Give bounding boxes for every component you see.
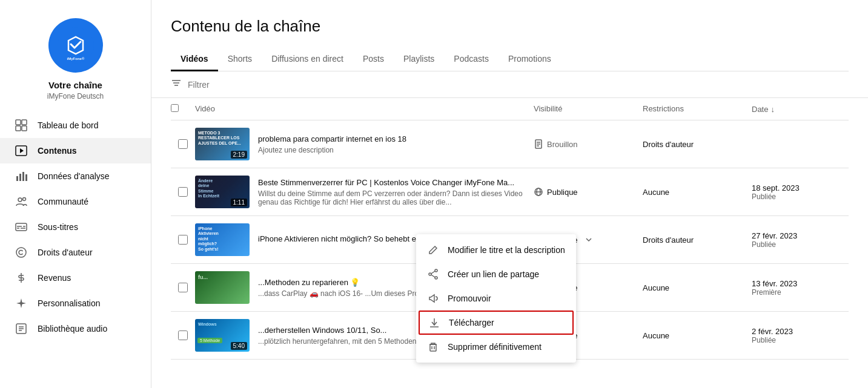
header-visibility: Visibilité	[534, 104, 643, 114]
row4-date-line1: 13 févr. 2023	[752, 279, 849, 288]
sidebar-item-revenus[interactable]: Revenus	[0, 265, 151, 291]
sidebar-item-bibliotheque[interactable]: Bibliothèque audio	[0, 316, 151, 341]
tab-podcasts[interactable]: Podcasts	[444, 48, 499, 71]
channel-logo: iMyFone®	[48, 18, 103, 73]
thumb2-label: ÄnderedeineStimmeIn Echtzeit	[198, 179, 219, 199]
row4-checkbox[interactable]	[178, 283, 188, 292]
row2-checkbox[interactable]	[178, 187, 188, 197]
row5-restrictions: Aucune	[643, 331, 752, 340]
thumb2-duration: 1:11	[231, 199, 247, 206]
row3-checkbox[interactable]	[178, 235, 188, 245]
row3-date: 27 févr. 2023 Publiée	[752, 231, 849, 249]
copyright-icon	[15, 246, 28, 259]
svg-point-13	[23, 198, 26, 201]
tabs-bar: Vidéos Shorts Diffusions en direct Posts…	[171, 48, 849, 71]
sidebar-item-droits[interactable]: Droits d'auteur	[0, 240, 151, 265]
sidebar-label-droits: Droits d'auteur	[38, 248, 93, 257]
row1-info: problema para compartir internet en ios …	[258, 134, 406, 154]
edit-icon	[427, 244, 439, 256]
context-edit[interactable]: Modifier le titre et la description	[416, 238, 576, 262]
row4-date-status: Première	[752, 288, 849, 297]
tab-diffusions[interactable]: Diffusions en direct	[262, 48, 353, 71]
sidebar-item-soustitres[interactable]: Sous-titres	[0, 214, 151, 240]
tab-promotions[interactable]: Promotions	[499, 48, 561, 71]
page-title: Contenu de la chaîne	[171, 17, 849, 36]
svg-rect-2	[16, 120, 21, 125]
subtitles-icon	[15, 220, 28, 234]
sort-arrow-icon: ↓	[770, 105, 775, 114]
sidebar-item-donnees[interactable]: Données d'analyse	[0, 163, 151, 189]
main-header: Contenu de la chaîne Vidéos Shorts Diffu…	[151, 0, 868, 71]
row1-visibility: Brouillon	[534, 139, 643, 149]
share-icon	[427, 268, 439, 280]
sidebar-item-communaute[interactable]: Communauté	[0, 189, 151, 214]
sidebar-label-donnees: Données d'analyse	[38, 171, 110, 181]
sidebar-label-revenus: Revenus	[38, 273, 71, 283]
context-promote[interactable]: Promouvoir	[416, 286, 576, 311]
svg-line-41	[431, 271, 435, 274]
context-download-label: Télécharger	[449, 318, 494, 327]
row1-restrictions: Droits d'auteur	[643, 140, 752, 149]
row5-check	[171, 330, 195, 340]
sidebar-item-tableau[interactable]: Tableau de bord	[0, 113, 151, 138]
row1-thumbnail: METODO 3RESTABLECER LOSAJUSTES DEL OPE..…	[195, 128, 250, 160]
tab-shorts[interactable]: Shorts	[218, 48, 262, 71]
svg-rect-10	[22, 172, 24, 181]
thumb1-duration: 2:19	[231, 151, 247, 159]
table-row: iPhoneAktivierennichtmöglich?So geht's! …	[171, 216, 849, 264]
header-date[interactable]: Date ↓	[752, 104, 849, 114]
svg-rect-8	[16, 176, 18, 181]
row5-checkbox[interactable]	[178, 330, 188, 340]
row4-check	[171, 283, 195, 292]
row2-date-line1: 18 sept. 2023	[752, 183, 849, 192]
row1-check	[171, 139, 195, 149]
table-header: Vidéo Visibilité Restrictions Date ↓	[171, 98, 849, 120]
context-download[interactable]: Télécharger	[419, 311, 574, 335]
svg-rect-3	[22, 120, 27, 125]
row2-video: ÄnderedeineStimmeIn Echtzeit 1:11 Beste …	[195, 176, 534, 208]
thumb1-label: METODO 3RESTABLECER LOSAJUSTES DEL OPE..…	[198, 131, 241, 146]
sidebar-label-bibliotheque: Bibliothèque audio	[38, 324, 107, 334]
tab-videos[interactable]: Vidéos	[171, 48, 218, 71]
row2-title: Beste Stimmenverzerrer für PC | Kostenlo…	[258, 178, 534, 187]
tab-posts[interactable]: Posts	[353, 48, 394, 71]
tab-playlists[interactable]: Playlists	[394, 48, 444, 71]
sidebar-item-contenus[interactable]: Contenus	[0, 138, 151, 163]
thumb5-badge: 5 Methode	[197, 338, 222, 343]
svg-rect-46	[430, 344, 436, 351]
sidebar-label-soustitres: Sous-titres	[38, 222, 78, 232]
grid-icon	[15, 119, 28, 132]
chart-icon	[15, 169, 28, 183]
megaphone-icon	[427, 292, 439, 304]
download-icon	[428, 317, 440, 329]
header-restrictions: Restrictions	[643, 104, 752, 114]
svg-point-19	[16, 248, 26, 257]
context-share[interactable]: Créer un lien de partage	[416, 262, 576, 286]
music-icon	[15, 322, 28, 335]
main-content: Contenu de la chaîne Vidéos Shorts Diffu…	[151, 0, 868, 388]
thumb5-label: Windows	[198, 322, 217, 327]
context-delete[interactable]: Supprimer définitivement	[416, 335, 576, 359]
row2-visibility-label: Publique	[547, 188, 578, 197]
sidebar-label-communaute: Communauté	[38, 197, 88, 206]
row3-restrictions: Droits d'auteur	[643, 235, 752, 245]
svg-point-39	[429, 273, 431, 275]
filter-icon	[171, 77, 182, 91]
svg-rect-14	[16, 223, 27, 231]
row3-date-status: Publiée	[752, 240, 849, 249]
svg-line-42	[431, 275, 435, 277]
chevron-down-icon[interactable]	[585, 236, 592, 243]
video-table: Vidéo Visibilité Restrictions Date ↓ MET…	[151, 98, 868, 388]
filter-input[interactable]	[188, 80, 849, 90]
select-all-checkbox[interactable]	[171, 104, 179, 112]
row4-restrictions: Aucune	[643, 283, 752, 292]
table-row: ÄnderedeineStimmeIn Echtzeit 1:11 Beste …	[171, 168, 849, 216]
sidebar-label-tableau: Tableau de bord	[38, 120, 98, 130]
sidebar-label-contenus: Contenus	[38, 146, 77, 156]
sidebar-label-personnalisation: Personnalisation	[38, 298, 101, 308]
row1-checkbox[interactable]	[178, 139, 188, 149]
row2-desc: Willst du deine Stimme auf dem PC verzer…	[258, 189, 534, 206]
sidebar-item-personnalisation[interactable]: Personnalisation	[0, 291, 151, 316]
table-row: METODO 3RESTABLECER LOSAJUSTES DEL OPE..…	[171, 120, 849, 168]
draft-icon	[534, 139, 543, 149]
